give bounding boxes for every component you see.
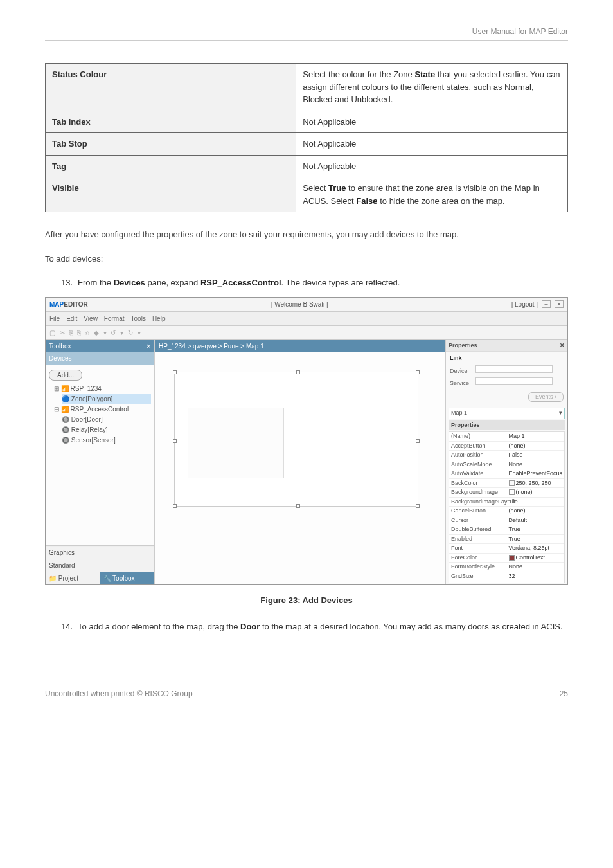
step-13: 13. From the Devices pane, expand RSP_Ac… <box>61 276 568 289</box>
properties-table: Status Colour Select the colour for the … <box>45 63 568 212</box>
menu-item[interactable]: Edit <box>66 314 77 323</box>
map-canvas[interactable] <box>174 372 418 507</box>
property-row[interactable]: (Name)Map 1 <box>449 432 564 442</box>
device-input[interactable] <box>475 365 553 373</box>
row-label: Tab Index <box>46 111 296 133</box>
body-paragraph: After you have configured the properties… <box>45 228 568 241</box>
app-logo: MAPEDITOR <box>49 300 88 309</box>
tree-item[interactable]: 🔘 Sensor[Sensor] <box>62 435 151 445</box>
chevron-down-icon: ▾ <box>559 409 562 418</box>
figure-caption: Figure 23: Add Devices <box>45 594 568 607</box>
row-label: Tag <box>46 155 296 177</box>
welcome-text: | Welcome B Swati | <box>271 300 328 309</box>
property-row[interactable]: EnabledTrue <box>449 535 564 545</box>
property-row[interactable]: AutoScaleModeNone <box>449 460 564 470</box>
step-14: 14. To add a door element to the map, dr… <box>61 620 568 633</box>
left-tab-standard[interactable]: Standard <box>46 559 154 572</box>
property-row[interactable]: BackgroundImage(none) <box>449 488 564 498</box>
bottom-tab-project[interactable]: 📁 Project <box>46 572 100 584</box>
properties-panel: Properties✕ Link Device Service Events ›… <box>445 340 567 584</box>
property-row[interactable]: ForeColorControlText <box>449 554 564 563</box>
add-button[interactable]: Add... <box>49 370 82 381</box>
devices-header: Devices <box>46 352 154 365</box>
menu-item[interactable]: Help <box>152 314 166 323</box>
row-desc: Not Applicable <box>296 111 568 133</box>
tree-item[interactable]: ⊟ 📶 RSP_AccessControl <box>54 404 151 414</box>
properties-subheader: Properties <box>449 420 565 431</box>
logout-link[interactable]: | Logout | <box>511 300 538 309</box>
properties-header: Properties✕ <box>446 340 567 352</box>
zone-polygon[interactable] <box>188 408 284 478</box>
canvas-area: HP_1234 > qweqwe > Pune > Map 1 <box>155 340 445 584</box>
menu-item[interactable]: Tools <box>131 314 146 323</box>
toolbar: ▢ ✂ ⎘ ⎘ ⎌ ◆ ▾ ↺ ▾ ↻ ▾ <box>46 326 567 340</box>
tree-item[interactable]: ⊞ 📶 RSP_1234 <box>54 384 151 393</box>
object-selector[interactable]: Map 1▾ <box>449 408 565 419</box>
menu-item[interactable]: Format <box>104 314 125 323</box>
devices-tree: Add... ⊞ 📶 RSP_1234 🔵 Zone[Polygon] ⊟ 📶 … <box>46 365 154 545</box>
property-row[interactable]: GridSize32 <box>449 572 564 582</box>
breadcrumb: HP_1234 > qweqwe > Pune > Map 1 <box>155 340 445 352</box>
minimize-icon[interactable]: – <box>542 300 551 308</box>
property-grid[interactable]: (Name)Map 1AcceptButton(none)AutoPositio… <box>449 431 565 583</box>
row-label: Status Colour <box>46 64 296 111</box>
row-desc: Select True to ensure that the zone area… <box>296 177 568 212</box>
property-row[interactable]: AcceptButton(none) <box>449 442 564 451</box>
close-icon[interactable]: × <box>555 300 564 308</box>
property-row[interactable]: FontVerdana, 8.25pt <box>449 544 564 554</box>
tree-item[interactable]: 🔘 Door[Door] <box>62 415 151 424</box>
link-label: Link <box>450 355 462 361</box>
left-panel: Toolbox✕ Devices Add... ⊞ 📶 RSP_1234 🔵 Z… <box>46 340 155 584</box>
row-label: Tab Stop <box>46 133 296 156</box>
property-row[interactable]: CancelButton(none) <box>449 507 564 516</box>
menu-bar: File Edit View Format Tools Help <box>46 312 567 326</box>
body-paragraph: To add devices: <box>45 253 568 266</box>
menu-item[interactable]: View <box>84 314 98 323</box>
property-row[interactable]: Icon(Icon) <box>449 581 564 583</box>
row-desc: Not Applicable <box>296 155 568 177</box>
property-row[interactable]: AutoPositionFalse <box>449 451 564 460</box>
page-header: User Manual for MAP Editor <box>45 26 568 41</box>
tree-item-zone[interactable]: 🔵 Zone[Polygon] <box>62 394 151 404</box>
row-label: Visible <box>46 177 296 212</box>
property-row[interactable]: BackgroundImageLayoutTile <box>449 498 564 507</box>
property-row[interactable]: BackColor250, 250, 250 <box>449 479 564 489</box>
menu-item[interactable]: File <box>49 314 60 323</box>
tree-item[interactable]: 🔘 Relay[Relay] <box>62 425 151 435</box>
footer-left: Uncontrolled when printed © RISCO Group <box>45 688 193 700</box>
service-input[interactable] <box>475 377 553 385</box>
page-number: 25 <box>560 688 568 700</box>
property-row[interactable]: AutoValidateEnablePreventFocus <box>449 469 564 479</box>
row-desc: Select the colour for the Zone State tha… <box>296 64 568 111</box>
events-button[interactable]: Events › <box>528 392 564 402</box>
toolbox-header: Toolbox✕ <box>46 340 154 352</box>
screenshot-figure: MAPEDITOR | Welcome B Swati | | Logout |… <box>45 297 568 585</box>
row-desc: Not Applicable <box>296 133 568 156</box>
property-row[interactable]: FormBorderStyleNone <box>449 563 564 572</box>
left-tab-graphics[interactable]: Graphics <box>46 546 154 559</box>
property-row[interactable]: DoubleBufferedTrue <box>449 525 564 535</box>
pin-icon[interactable]: ✕ <box>560 341 565 350</box>
page-footer: Uncontrolled when printed © RISCO Group … <box>45 685 568 700</box>
window-titlebar: MAPEDITOR | Welcome B Swati | | Logout |… <box>46 298 567 312</box>
pin-icon[interactable]: ✕ <box>146 341 151 351</box>
bottom-tab-toolbox[interactable]: 🔧 Toolbox <box>100 572 155 584</box>
property-row[interactable]: CursorDefault <box>449 516 564 526</box>
